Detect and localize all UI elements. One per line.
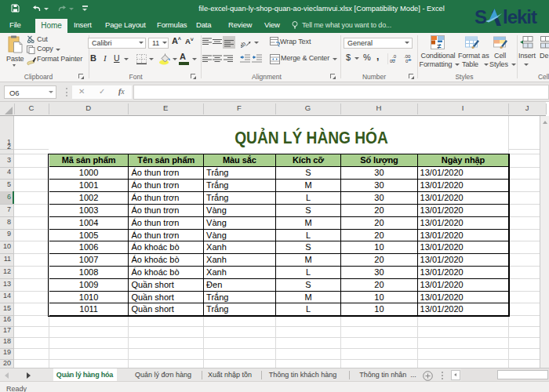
svg-text:0: 0 <box>405 59 409 64</box>
svg-text:≠: ≠ <box>438 42 442 50</box>
svg-text:00: 00 <box>390 59 395 64</box>
svg-text:ab: ab <box>241 40 247 48</box>
